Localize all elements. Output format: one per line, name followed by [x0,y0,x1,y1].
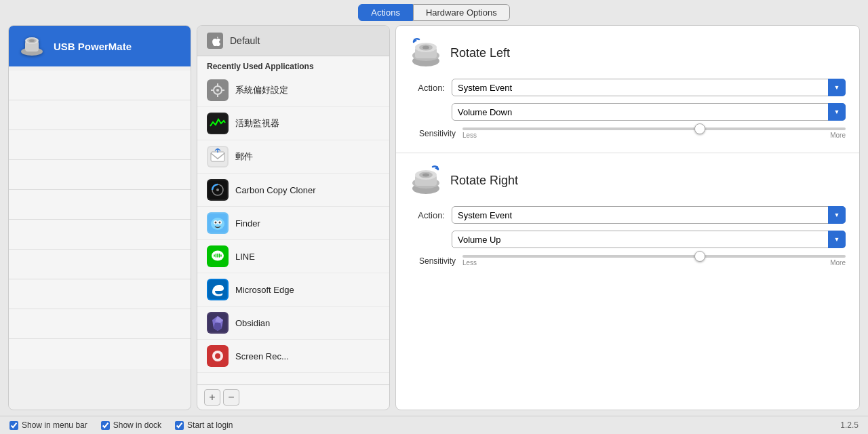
rotate-left-action-label: Action: [410,83,445,93]
rotate-left-action-select[interactable]: System Event Application Shortcut Open A… [452,79,846,96]
tab-hardware-options[interactable]: Hardware Options [413,4,510,21]
svg-rect-14 [211,152,224,161]
start-login-checkbox[interactable] [175,421,184,430]
rotate-left-more-label: More [830,132,846,139]
rotate-left-sensitivity-label: Sensitivity [410,129,456,138]
app-icon-activity [207,113,229,134]
sidebar-item-1[interactable] [9,71,191,100]
sidebar-item-7[interactable] [9,250,191,279]
rotate-left-sensitivity-row: Sensitivity Less More [410,127,846,139]
tab-actions[interactable]: Actions [358,4,413,21]
add-button[interactable]: + [204,389,220,406]
rotate-left-section: Rotate Left Action: System Event Applica… [396,26,859,153]
svg-point-33 [215,353,220,359]
rotate-right-action-select[interactable]: System Event Application Shortcut Open A… [452,206,846,224]
sidebar-item-8[interactable] [9,279,191,309]
rotate-right-icon [410,164,442,197]
start-login-label: Start at login [187,420,233,430]
rotate-left-title: Rotate Left [450,46,510,60]
rotate-right-slider-thumb [694,251,705,262]
app-icon-ccc [207,179,229,201]
rotate-left-less-label: Less [462,132,477,139]
svg-point-22 [215,222,217,224]
sidebar-item-2[interactable] [9,100,191,130]
rotate-right-slider-container: Less More [462,255,846,267]
app-item-activity[interactable]: 活動監視器 [197,107,389,140]
sidebar-items [9,66,191,410]
sidebar-header: USB PowerMate [9,26,191,66]
start-login-item[interactable]: Start at login [175,420,233,430]
svg-point-19 [211,218,224,230]
sidebar-item-9[interactable] [9,309,191,339]
rotate-left-action-row: Action: System Event Application Shortcu… [410,79,846,96]
app-name-ccc: Carbon Copy Cloner [235,185,316,195]
sidebar-item-4[interactable] [9,160,191,190]
rotate-left-slider-thumb [694,123,705,134]
sidebar-item-6[interactable] [9,220,191,250]
rotate-right-section: Rotate Right Action: System Event Applic… [396,153,859,280]
app-item-edge[interactable]: Microsoft Edge [197,273,389,307]
rotate-right-action-select-wrapper: System Event Application Shortcut Open A… [452,206,846,224]
app-item-finder[interactable]: Finder [197,207,389,240]
app-name-activity: 活動監視器 [235,117,279,130]
svg-point-4 [29,39,35,42]
rotate-right-action-label: Action: [410,210,445,220]
svg-point-17 [216,189,219,191]
app-icon-mail [207,146,229,167]
show-dock-checkbox[interactable] [101,421,110,430]
app-item-ccc[interactable]: Carbon Copy Cloner [197,174,389,207]
app-item-line[interactable]: LINE [197,240,389,273]
show-dock-label: Show in dock [113,420,161,430]
rotate-left-slider-track [462,127,846,130]
app-list: 系統偏好設定 活動監視器 [197,74,389,384]
app-name-sp: Screen Rec... [235,351,289,361]
show-menu-bar-item[interactable]: Show in menu bar [9,420,87,430]
app-item-sp[interactable]: Screen Rec... [197,340,389,373]
apple-icon [207,33,223,49]
remove-button[interactable]: − [223,389,239,406]
svg-point-46 [422,174,429,177]
show-menu-bar-checkbox[interactable] [9,421,18,430]
show-menu-bar-label: Show in menu bar [22,420,87,430]
svg-rect-12 [208,114,227,133]
app-item-obsidian[interactable]: Obsidian [197,307,389,340]
app-icon-finder [207,212,229,234]
rotate-right-more-label: More [830,259,846,267]
app-icon-edge [207,279,229,300]
device-name: USB PowerMate [54,41,132,52]
app-item-mail[interactable]: 郵件 [197,140,389,174]
rotate-left-slider-container: Less More [462,127,846,139]
app-name-mail: 郵件 [235,151,253,163]
app-icon-sysref [207,79,229,101]
show-dock-item[interactable]: Show in dock [101,420,161,430]
version-label: 1.2.5 [840,420,859,430]
bottom-bar: Show in menu bar Show in dock Start at l… [0,416,868,434]
default-row[interactable]: Default [197,26,389,56]
rotate-right-volume-select[interactable]: Volume Down Volume Up Mute Next Track Pr… [452,231,846,248]
rotate-right-less-label: Less [462,259,477,267]
sidebar-item-10[interactable] [9,339,191,369]
rotate-right-volume-wrapper: Volume Down Volume Up Mute Next Track Pr… [452,231,846,248]
sidebar-item-5[interactable] [9,190,191,220]
svg-point-7 [216,89,219,92]
rotate-left-icon [410,37,442,69]
rotate-right-action-row: Action: System Event Application Shortcu… [410,206,846,224]
right-panel: Rotate Left Action: System Event Applica… [395,25,860,410]
app-icon-line [207,245,229,267]
sidebar-item-3[interactable] [9,130,191,160]
default-label: Default [230,35,260,46]
rotate-left-action-select-wrapper: System Event Application Shortcut Open A… [452,79,846,96]
app-name-line: LINE [235,252,255,262]
main-content: USB PowerMate Default Recently Used Appl… [0,25,868,416]
rotate-right-sensitivity-row: Sensitivity Less More [410,255,846,267]
middle-footer: + − [197,384,389,410]
rotate-right-header: Rotate Right [410,164,846,197]
app-item-sysref[interactable]: 系統偏好設定 [197,74,389,107]
rotate-left-volume-select[interactable]: Volume Down Volume Up Mute Next Track Pr… [452,103,846,121]
app-name-sysref: 系統偏好設定 [235,84,288,96]
app-icon-obsidian [207,312,229,334]
rotate-right-slider-track [462,255,846,258]
app-name-edge: Microsoft Edge [235,285,294,295]
rotate-right-slider-labels: Less More [462,259,846,267]
rotate-left-slider-labels: Less More [462,132,846,139]
